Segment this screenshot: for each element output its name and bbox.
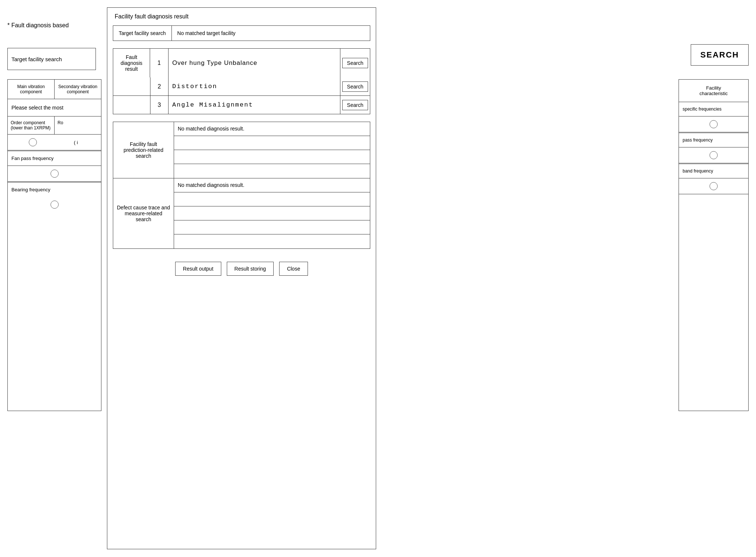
prediction-content: No matched diagnosis result. [174,122,370,178]
band-freq-radio-row [679,178,748,194]
order-component-label: Order component (lower than 1XRPM) [8,116,55,134]
facility-characteristic-label: Facility characteristic [679,80,748,102]
search-big-button[interactable]: SEARCH [691,44,749,66]
secondary-vibration-header: Secondary vibration component [55,80,101,99]
facility-fault-title: Facility fault diagnosis result [107,8,376,25]
prediction-table: Facility faultprediction-related search … [113,122,370,249]
band-freq-radio[interactable] [710,182,718,190]
fan-pass-label: Fan pass frequency [8,151,101,166]
band-frequency-label: band frequency [679,164,748,178]
fault-num-2: 2 [150,77,169,95]
pass-freq-radio[interactable] [710,151,718,159]
defect-content: No matched diagnosis result. [174,178,370,248]
defect-empty-1 [174,192,370,206]
prediction-result-text: No matched diagnosis result. [174,122,370,136]
main-vibration-header: Main vibration component [8,80,55,99]
fault-search-cell-1: Search [340,49,370,77]
bearing-radio[interactable] [51,201,59,209]
defect-label-text: Defect cause trace andmeasure-related se… [117,205,170,222]
no-matched-label: No matched target facility [172,26,370,41]
fault-num-1: 1 [150,49,169,77]
defect-label: Defect cause trace andmeasure-related se… [113,178,174,248]
defect-empty-3 [174,220,370,234]
order-radio-row: ( i [8,135,101,150]
fault-num-3: 3 [150,96,169,114]
target-facility-label: Target facility search [113,26,172,41]
main-panel: Facility fault diagnosis result Target f… [107,7,376,549]
fault-label-text: Faultdiagnosisresult [121,54,142,72]
defect-empty-4 [174,234,370,248]
fault-diagnosis-table: Faultdiagnosisresult 1 Over hung Type Un… [113,48,370,114]
target-facility-search-box[interactable]: Target facility search [7,48,96,70]
fault-diagnosis-label: * Fault diagnosis based [7,22,69,29]
fan-pass-radio[interactable] [51,170,59,178]
bearing-freq-label: Bearing frequency [8,182,101,197]
ro-label: Ro [55,116,101,134]
specific-freq-radio[interactable] [710,120,718,128]
fault-search-cell-3: Search [340,96,370,114]
pass-freq-radio-row [679,147,748,163]
fan-pass-radio-row [8,166,101,182]
fault-diagnosis-label: Faultdiagnosisresult [113,49,150,77]
result-storing-button[interactable]: Result storing [227,262,274,276]
bearing-radio-row [8,197,101,212]
fault-desc-1: Over hung Type Unbalance [169,49,340,77]
target-facility-search-text: Target facility search [11,56,62,62]
fault-row-1: Faultdiagnosisresult 1 Over hung Type Un… [113,49,370,77]
prediction-empty-2 [174,150,370,164]
left-inner-panel: Main vibration component Secondary vibra… [7,79,101,411]
right-inner-panel: Facility characteristic specific frequen… [679,79,749,411]
search-button-1[interactable]: Search [342,58,368,68]
prediction-empty-3 [174,164,370,178]
left-panel: * Fault diagnosis based Target facility … [0,0,107,557]
order-radio[interactable] [29,138,37,146]
fault-desc-2: Distortion [169,77,340,95]
search-button-2[interactable]: Search [342,81,368,92]
fault-row-3: 3 Angle Misalignment Search [113,96,370,114]
pass-frequency-label: pass frequency [679,133,748,147]
please-select-text: Please select the most [8,99,101,116]
fault-desc-3: Angle Misalignment [169,96,340,114]
vibration-headers: Main vibration component Secondary vibra… [8,80,101,99]
order-row: Order component (lower than 1XRPM) Ro [8,116,101,135]
fault-row-2: 2 Distortion Search [113,77,370,96]
defect-empty-2 [174,206,370,220]
defect-result-text: No matched diagnosis result. [174,178,370,192]
prediction-label-text: Facility faultprediction-related search [117,141,170,159]
prediction-empty-1 [174,136,370,150]
result-output-button[interactable]: Result output [175,262,221,276]
ci-label: ( i [74,140,78,145]
fault-search-cell-2: Search [340,77,370,95]
specific-frequencies-label: specific frequencies [679,102,748,116]
specific-freq-radio-row [679,116,748,132]
target-facility-row: Target facility search No matched target… [113,25,370,41]
search-button-3[interactable]: Search [342,100,368,110]
prediction-label: Facility faultprediction-related search [113,122,174,178]
right-panel: SEARCH Facility characteristic specific … [380,0,756,557]
bottom-buttons: Result output Result storing Close [107,254,376,283]
close-button[interactable]: Close [279,262,308,276]
